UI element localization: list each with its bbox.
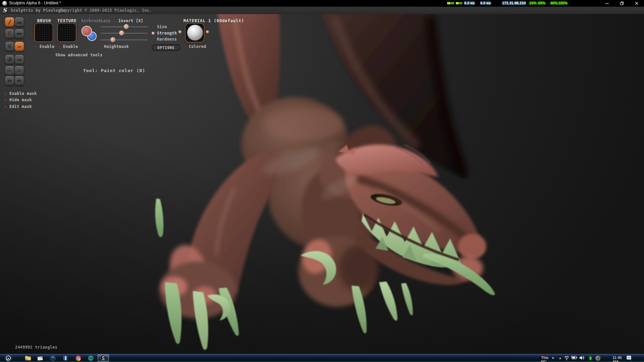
enable-mask-checkbox[interactable] (4, 92, 7, 95)
hidden-icons-button[interactable]: ▲ (559, 357, 561, 360)
strength-label: Strength (157, 31, 177, 36)
show-advanced-label: Show advanced tools (55, 53, 103, 57)
wireframe-toggle[interactable]: W (5, 42, 14, 51)
taskbar-activity-monitor[interactable] (85, 354, 96, 362)
hardness-slider[interactable] (101, 37, 148, 42)
green-chip-icon[interactable] (588, 355, 593, 361)
taskbar: This PC » ▲ (0, 354, 644, 362)
colored-checkbox[interactable] (184, 45, 187, 48)
app-menu-bar: S Sculptris by Pixologic Copyright © 200… (0, 7, 644, 14)
sculptris-app-icon (2, 1, 7, 6)
edit-mask-label: Edit mask (9, 104, 32, 109)
size-label: Size (157, 24, 167, 29)
material-prev-arrow[interactable] (178, 30, 181, 33)
desktop: Sculptris Alpha 6 - Untitled * 0.0 kb 0.… (0, 0, 644, 362)
invert-checkbox[interactable] (113, 18, 116, 21)
material-sphere (187, 25, 203, 41)
smooth-tool[interactable] (14, 29, 24, 39)
battery-icon[interactable] (571, 355, 577, 360)
hide-mask-row: Hide mask (0, 98, 50, 102)
taskbar-mail[interactable] (35, 354, 46, 362)
restore-button[interactable] (614, 0, 629, 7)
taskbar-sculptris[interactable] (98, 354, 109, 362)
this-pc-toolbar[interactable]: This PC (541, 356, 548, 362)
network-activity-bars (459, 2, 462, 4)
wifi-icon[interactable] (564, 355, 570, 360)
strength-slider-knob[interactable] (119, 31, 124, 36)
crease-tool[interactable] (14, 17, 24, 27)
close-button[interactable] (629, 0, 644, 7)
import-obj-button[interactable]: ▲OBJ (5, 66, 14, 75)
heightmask-checkbox[interactable] (99, 45, 102, 48)
enable-mask-label: Enable mask (9, 91, 37, 96)
start-button[interactable] (2, 354, 14, 362)
hide-mask-label: Hide mask (9, 98, 32, 102)
sculptris-icon (100, 355, 106, 361)
symmetry-toggle[interactable]: ↔ (14, 42, 24, 51)
show-desktop-button[interactable] (642, 355, 643, 361)
sphere-tool[interactable] (5, 55, 14, 64)
options-button[interactable]: OPTIONS (152, 44, 180, 51)
flatten-tool[interactable]: F (5, 29, 14, 39)
primary-color-circle[interactable] (82, 26, 92, 36)
material-section-label: MATERIAL 1 (00default) (183, 18, 244, 23)
taskbar-chrome[interactable] (72, 354, 84, 362)
chrome-icon (75, 355, 81, 361)
knob-icon[interactable] (595, 355, 601, 361)
network-activity-bars (456, 2, 459, 4)
flatten-glyph: F (8, 31, 11, 37)
net-percent: 100% (558, 1, 568, 5)
plane-tool[interactable] (14, 55, 24, 64)
taskbar-separator (18, 355, 18, 361)
taskbar-browser[interactable] (47, 354, 58, 362)
brush-section-label: BRUSH (37, 18, 51, 23)
strength-radio[interactable] (152, 32, 155, 35)
brand-text: Sculptris by Pixologic (11, 8, 65, 13)
size-slider[interactable] (101, 24, 148, 29)
net-percent: 69% (538, 1, 545, 5)
floppy-icon (17, 79, 21, 83)
brush-stroke-icon (7, 19, 12, 25)
show-advanced-checkbox[interactable] (50, 53, 53, 56)
raptor-model (0, 14, 644, 354)
network-activity-bars (451, 2, 454, 4)
library-books-icon (63, 355, 68, 361)
hardness-slider-knob[interactable] (110, 37, 115, 42)
net-upload: 0.0 kb (480, 1, 491, 5)
draw-brush-tool[interactable] (5, 17, 14, 27)
speaker-icon[interactable] (579, 355, 585, 360)
tool-status-text: Tool: Paint color (D) (83, 68, 145, 73)
hide-mask-checkbox[interactable] (4, 98, 7, 101)
triangle-count: 2449992 triangles (15, 345, 57, 350)
edit-mask-checkbox[interactable] (4, 105, 7, 108)
activity-monitor-icon (88, 355, 94, 361)
brush-preview[interactable] (34, 23, 53, 42)
clock[interactable]: 11:45 AM (612, 356, 622, 362)
material-preview[interactable] (185, 23, 205, 43)
minimize-button[interactable] (600, 0, 614, 7)
action-center-icon[interactable] (626, 355, 632, 361)
paint-color-swatch[interactable] (82, 26, 97, 42)
minimize-icon (605, 1, 609, 5)
obj-glyph: OBJ (17, 70, 21, 73)
toolbar-chevron-icon[interactable]: » (552, 356, 554, 360)
colored-label: Colored (189, 44, 206, 49)
size-slider-knob[interactable] (124, 24, 129, 29)
sculpt-viewport[interactable]: F W ↔ ▲OBJ ▼OBJ ▲ ▼ Enab (0, 14, 644, 354)
export-obj-button[interactable]: ▼OBJ (14, 66, 24, 75)
material-next-arrow[interactable] (206, 30, 209, 33)
taskbar-file-explorer[interactable] (22, 354, 34, 362)
save-file-button[interactable]: ▼ (14, 76, 24, 85)
file-explorer-icon (25, 355, 31, 361)
brush-enable-checkbox[interactable] (35, 45, 38, 48)
texture-preview[interactable] (57, 23, 76, 42)
net-percent: 24% (529, 1, 537, 5)
taskbar-library[interactable] (60, 354, 71, 362)
texture-enable-checkbox[interactable] (58, 45, 61, 48)
open-file-button[interactable]: ▲ (5, 76, 14, 85)
window-title: Sculptris Alpha 6 - Untitled * (9, 1, 61, 5)
heightmask-label: Heightmask (104, 44, 129, 49)
size-radio[interactable] (152, 25, 155, 28)
texture-section-label: TEXTURE (57, 18, 77, 23)
strength-slider[interactable] (101, 31, 148, 36)
